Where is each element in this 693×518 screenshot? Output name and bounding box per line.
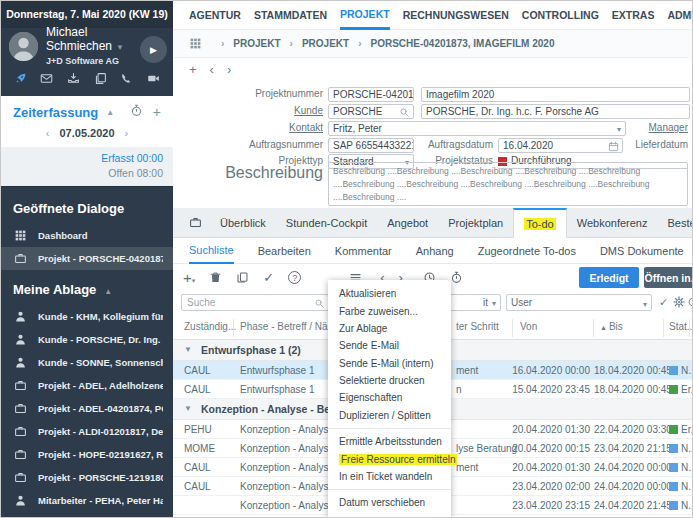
apps-grid-icon[interactable] (189, 37, 202, 50)
mail-icon[interactable] (40, 72, 53, 85)
sidebar-item-projekt-porsche-12191801-mode[interactable]: Projekt - PORSCHE-12191801, Mode... (1, 466, 173, 489)
sidebar-item-projekt-adel-adelholzener-adel[interactable]: Projekt - ADEL, Adelholzener, ADEL (1, 374, 173, 397)
kontakt-select[interactable]: Fritz, Peter (328, 121, 626, 136)
topnav-admin[interactable]: ADMIN (667, 1, 693, 30)
collapse-chevron-icon[interactable]: ▲ (106, 108, 114, 117)
sidebar-item-label: Projekt - ADEL, Adelholzener, ADEL (38, 380, 163, 391)
next-record-button[interactable]: › (227, 62, 231, 77)
menu-item-freie-ressource-ermitteln[interactable]: Freie Ressource ermitteln (328, 450, 451, 467)
tab-projektplan[interactable]: Projektplan (438, 208, 513, 237)
prev-day-arrow[interactable]: ‹ (36, 127, 60, 139)
oeffnen-in-button[interactable]: Öffnen in... (644, 267, 693, 288)
add-time-button[interactable]: + (153, 104, 161, 120)
copy-icon[interactable] (94, 72, 107, 85)
menu-item-in-ein-ticket-wandeln[interactable]: In ein Ticket wandeln (328, 468, 451, 485)
manager-link[interactable]: Manager (649, 122, 688, 133)
col-von[interactable]: Von (520, 321, 537, 332)
menu-item-zur-ablage[interactable]: Zur Ablage (328, 320, 451, 337)
topnav-controlling[interactable]: CONTROLLING (522, 1, 599, 30)
menu-item-selektierte-drucken[interactable]: Selektierte drucken (328, 372, 451, 389)
tab-to-do[interactable]: To-do (513, 208, 567, 238)
subtab-anhang[interactable]: Anhang (416, 238, 454, 264)
breadcrumb-item-1[interactable]: PROJEKT (302, 38, 349, 49)
sidebar-item-dashboard[interactable]: Dashboard (1, 224, 173, 247)
breadcrumb-item-0[interactable]: PROJEKT (233, 38, 280, 49)
timer-icon[interactable] (450, 271, 463, 284)
avatar[interactable] (9, 32, 38, 61)
projektnummer-input[interactable]: PORSCHE-04201873 (328, 87, 414, 102)
tab-label: Bestellung (667, 217, 693, 229)
kontakt-label[interactable]: Kontakt (178, 122, 323, 133)
auftragsnummer-input[interactable]: SAP 66554433221 (328, 138, 414, 153)
menu-item-farbe-zuweisen[interactable]: Farbe zuweisen... (328, 302, 451, 319)
kunde-input[interactable]: PORSCHE (328, 104, 414, 119)
add-todo-button[interactable]: +▾ (183, 269, 195, 286)
menu-item-eigenschaften[interactable]: Eigenschaften (328, 389, 451, 406)
sidebar-item-label: Kunde - SONNE, Sonnenschein Medi... (38, 357, 163, 368)
sidebar-item-projekt-porsche-04201873-imag[interactable]: Projekt - PORSCHE-04201873, Imag... (1, 247, 173, 270)
chevron-down-icon[interactable]: ▼ (184, 345, 192, 354)
topnav-agentur[interactable]: AGENTUR (189, 1, 241, 30)
status-label: N... (681, 481, 693, 492)
tab-stunden-cockpit[interactable]: Stunden-Cockpit (276, 208, 377, 237)
breadcrumb-item-2[interactable]: PORSCHE-04201873, IMAGEFILM 2020 (371, 38, 555, 49)
tab-webkonferenz[interactable]: Webkonferenz (567, 208, 658, 237)
gear-icon[interactable] (673, 296, 685, 310)
play-button[interactable]: ▶ (140, 36, 167, 63)
subtab-bearbeiten[interactable]: Bearbeiten (258, 238, 311, 264)
auftragsdatum-input[interactable]: 16.04.2020 (498, 138, 623, 153)
duplicate-icon[interactable] (236, 271, 249, 284)
menu-item-duplizieren-splitten[interactable]: Duplizieren / Splitten (328, 407, 451, 424)
sidebar-item-kunde-khm-kollegium-für-hausar[interactable]: Kunde - KHM, Kollegium für Hausarz... (1, 305, 173, 328)
chevron-down-icon[interactable]: ▼ (184, 404, 192, 413)
sidebar-item-projekt-hope-02191627-relaunch[interactable]: Projekt - HOPE-02191627, Relaunch ... (1, 443, 173, 466)
erledigt-button[interactable]: Erledigt (579, 267, 639, 288)
menu-item-aktualisieren[interactable]: Aktualisieren (328, 285, 451, 302)
check-icon[interactable]: ✓ (263, 270, 274, 285)
menu-item-ermittle-arbeitsstunden[interactable]: Ermittle Arbeitsstunden (328, 433, 451, 450)
sidebar-item-projekt-adel-04201874-pos-mark[interactable]: Projekt - ADEL-04201874, POS Mark... (1, 397, 173, 420)
user-filter-dropdown[interactable]: User (506, 294, 652, 311)
topnav-extras[interactable]: EXTRAS (612, 1, 655, 30)
refresh-icon[interactable] (687, 296, 693, 310)
menu-item-label: Ermittle Arbeitsstunden (339, 436, 442, 447)
menu-item-sende-e-mail[interactable]: Sende E-Mail (328, 337, 451, 354)
topnav-stammdaten[interactable]: STAMMDATEN (254, 1, 327, 30)
menu-item-datum-verschieben[interactable]: Datum verschieben (328, 494, 451, 511)
next-day-arrow[interactable]: › (115, 127, 139, 139)
tab-überblick[interactable]: Überblick (210, 208, 276, 237)
tab-angebot[interactable]: Angebot (377, 208, 438, 237)
delete-icon[interactable] (209, 271, 222, 284)
sub-tabs: SuchlisteBearbeitenKommentarAnhangZugeor… (173, 238, 693, 264)
inbox-icon[interactable] (67, 72, 80, 85)
topnav-projekt[interactable]: PROJEKT (340, 1, 390, 30)
stopwatch-icon[interactable] (130, 103, 143, 121)
subtab-kommentar[interactable]: Kommentar (335, 238, 392, 264)
add-record-button[interactable]: + (189, 62, 197, 77)
sidebar-item-projekt-aldi-01201817-deichfor[interactable]: Projekt - ALDI-01201817, Deichforst ... (1, 420, 173, 443)
sidebar-item-mitarbeiter-peha-peter-hager[interactable]: Mitarbeiter - PEHA, Peter Hager (1, 489, 173, 512)
kunde-name-input[interactable]: PORSCHE, Dr. Ing. h.c. F. Porsche AG (421, 104, 690, 119)
rocket-icon[interactable] (14, 72, 27, 85)
beschreibung-textarea[interactable]: Beschreibung ....Beschreibung ....Beschr… (328, 162, 688, 206)
kunde-label[interactable]: Kunde (178, 105, 323, 116)
tab-bestellung[interactable]: Bestellung (657, 208, 693, 237)
prev-record-button[interactable]: ‹ (210, 62, 214, 77)
projektname-input[interactable]: Imagefilm 2020 (421, 87, 690, 102)
subtab-suchliste[interactable]: Suchliste (189, 238, 234, 264)
collapse-chevron-icon[interactable]: ▲ (104, 287, 112, 296)
subtab-dms-dokumente[interactable]: DMS Dokumente (600, 238, 684, 264)
help-icon[interactable]: ? (288, 271, 301, 284)
sidebar-item-kunde-porsche-dr-ing-h-c-f-por[interactable]: Kunde - PORSCHE, Dr. Ing. h.c. F. Por... (1, 328, 173, 351)
col-bis-sorted[interactable]: ▲ Bis (600, 321, 623, 332)
sidebar-item-kunde-sonne-sonnenschein-medi[interactable]: Kunde - SONNE, Sonnenschein Medi... (1, 351, 173, 374)
phone-icon[interactable] (120, 72, 133, 85)
col-zustaendig[interactable]: Zuständig... (184, 321, 236, 332)
menu-item-sende-e-mail-intern[interactable]: Sende E-Mail (intern) (328, 355, 451, 372)
current-date: 07.05.2020 (59, 127, 114, 139)
search-input[interactable]: Suche (181, 294, 329, 311)
video-icon[interactable] (147, 72, 160, 85)
subtab-zugeordnete-to-dos[interactable]: Zugeordnete To-dos (478, 238, 576, 264)
topnav-rechnungswesen[interactable]: RECHNUNGSWESEN (403, 1, 509, 30)
apply-filter-check-icon[interactable]: ✓ (659, 296, 668, 309)
